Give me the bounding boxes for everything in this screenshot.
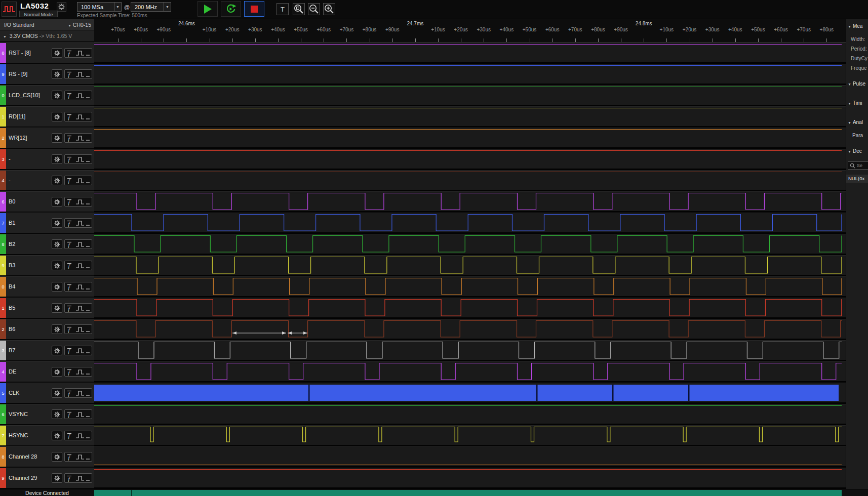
channel-row[interactable]: 2B6f	[0, 319, 94, 340]
channel-settings-button[interactable]	[52, 346, 62, 355]
waveform-row[interactable]	[94, 85, 846, 106]
channel-color-strip[interactable]: 1	[0, 107, 6, 127]
channel-color-strip[interactable]: 6	[0, 192, 6, 212]
channel-settings-button[interactable]	[52, 218, 62, 228]
repeated-capture-button[interactable]	[221, 1, 241, 17]
channel-settings-button[interactable]	[52, 409, 62, 419]
channel-color-strip[interactable]: 2	[0, 319, 6, 339]
channel-color-strip[interactable]: 9	[0, 256, 6, 275]
waveform-row[interactable]	[94, 446, 846, 468]
zoom-selection-button[interactable]	[293, 3, 305, 15]
measure-arrow[interactable]	[288, 332, 307, 335]
channel-trigger-button[interactable]: f	[64, 388, 92, 398]
waveform-row[interactable]	[94, 170, 846, 191]
decoder-result-item[interactable]: NUL(0x	[846, 175, 868, 183]
channel-settings-button[interactable]	[52, 303, 62, 313]
channel-row[interactable]: 0B4f	[0, 276, 94, 298]
channel-row[interactable]: 5CLKf	[0, 383, 94, 404]
channel-color-strip[interactable]: 1	[0, 298, 6, 318]
channel-color-strip[interactable]: 7	[0, 426, 6, 445]
channel-row[interactable]: 1B5f	[0, 298, 94, 319]
channel-settings-button[interactable]	[52, 154, 62, 164]
channel-trigger-button[interactable]: f	[64, 69, 92, 79]
sample-rate-dropdown[interactable]: 100 MSa ▼	[77, 2, 122, 12]
waveform-row[interactable]	[94, 234, 846, 255]
channel-row[interactable]: 6B0f	[0, 191, 94, 213]
channel-row[interactable]: 7HSYNCf	[0, 425, 94, 446]
channel-row[interactable]: 2WR[12]f	[0, 128, 94, 149]
waveform-row[interactable]	[94, 149, 846, 170]
channel-row[interactable]: 9Channel 29f	[0, 468, 94, 489]
channel-settings-button[interactable]	[52, 324, 62, 334]
channel-color-strip[interactable]: 9	[0, 468, 6, 488]
channel-row[interactable]: 6VSYNCf	[0, 404, 94, 425]
zoom-in-button[interactable]	[323, 3, 335, 15]
panel-section-header[interactable]: ▼Dec	[848, 148, 862, 154]
channel-row[interactable]: 0LCD_CS[10]f	[0, 85, 94, 106]
channel-trigger-button[interactable]: f	[64, 303, 92, 313]
channel-group-selector[interactable]: ▼CH0-15	[65, 19, 91, 31]
channel-trigger-button[interactable]: f	[64, 346, 92, 355]
channel-settings-button[interactable]	[52, 48, 62, 58]
measure-arrow[interactable]	[232, 332, 286, 335]
channel-row[interactable]: 8RST - [8]f	[0, 43, 94, 64]
channel-color-strip[interactable]: 9	[0, 64, 6, 84]
waveform-row[interactable]	[94, 64, 846, 85]
channel-color-strip[interactable]: 4	[0, 362, 6, 382]
waveform-row[interactable]	[94, 298, 846, 319]
channel-row[interactable]: 7B1f	[0, 213, 94, 234]
waveform-row[interactable]	[94, 255, 846, 276]
voltage-standard-header[interactable]: ▼ 3.3V CMOS -> Vth: 1.65 V	[0, 30, 94, 42]
channel-row[interactable]: 3B7f	[0, 340, 94, 361]
capture-overview-bar[interactable]	[94, 490, 842, 496]
channel-row[interactable]: 3-f	[0, 149, 94, 170]
channel-color-strip[interactable]: 0	[0, 86, 6, 105]
channel-settings-button[interactable]	[52, 473, 62, 483]
channel-row[interactable]: 8Channel 28f	[0, 446, 94, 468]
stop-capture-button[interactable]	[244, 1, 264, 17]
channel-trigger-button[interactable]: f	[64, 112, 92, 121]
panel-section-header[interactable]: ▼Anal	[848, 119, 863, 125]
channel-settings-button[interactable]	[52, 69, 62, 79]
panel-section-header[interactable]: ▼Mea	[848, 23, 862, 29]
waveform-row[interactable]	[94, 319, 846, 340]
channel-trigger-button[interactable]: f	[64, 452, 92, 462]
text-annotation-button[interactable]: T	[277, 3, 289, 15]
channel-color-strip[interactable]: 8	[0, 43, 6, 63]
channel-color-strip[interactable]: 0	[0, 277, 6, 297]
channel-trigger-button[interactable]: f	[64, 239, 92, 249]
channel-color-strip[interactable]: 3	[0, 341, 6, 360]
channel-row[interactable]: 4-f	[0, 170, 94, 191]
waveform-row[interactable]	[94, 213, 846, 234]
channel-row[interactable]: 4DEf	[0, 361, 94, 383]
panel-section-header[interactable]: ▼Pulse	[848, 81, 865, 87]
channel-trigger-button[interactable]: f	[64, 282, 92, 292]
channel-row[interactable]: 9B3f	[0, 255, 94, 276]
waveform-row[interactable]	[94, 340, 846, 361]
channel-settings-button[interactable]	[52, 388, 62, 398]
device-settings-gear-icon[interactable]	[57, 2, 66, 12]
channel-trigger-button[interactable]: f	[64, 431, 92, 440]
clock-rate-dropdown[interactable]: 200 MHz ▼	[131, 2, 171, 12]
channel-row[interactable]: 8B2f	[0, 234, 94, 255]
channel-settings-button[interactable]	[52, 452, 62, 462]
waveform-row[interactable]	[94, 361, 846, 383]
waveform-row[interactable]	[94, 425, 846, 446]
channel-color-strip[interactable]: 2	[0, 128, 6, 148]
io-standard-header[interactable]: I/O Standard ▼CH0-15	[0, 19, 94, 30]
channel-trigger-button[interactable]: f	[64, 176, 92, 185]
channel-row[interactable]: 9RS - [9]f	[0, 64, 94, 85]
channel-settings-button[interactable]	[52, 112, 62, 121]
start-capture-button[interactable]	[198, 1, 218, 17]
channel-trigger-button[interactable]: f	[64, 261, 92, 270]
channel-settings-button[interactable]	[52, 239, 62, 249]
decoder-search-input[interactable]: Se	[848, 161, 868, 170]
channel-settings-button[interactable]	[52, 176, 62, 185]
channel-color-strip[interactable]: 5	[0, 383, 6, 403]
channel-color-strip[interactable]: 7	[0, 213, 6, 233]
timeline-ruler[interactable]: +70us+80us+90us24.6ms+10us+20us+30us+40u…	[94, 19, 846, 43]
channel-trigger-button[interactable]: f	[64, 154, 92, 164]
channel-trigger-button[interactable]: f	[64, 91, 92, 100]
overview-position-marker[interactable]	[131, 490, 132, 496]
panel-sub-item[interactable]: Para	[852, 133, 863, 138]
